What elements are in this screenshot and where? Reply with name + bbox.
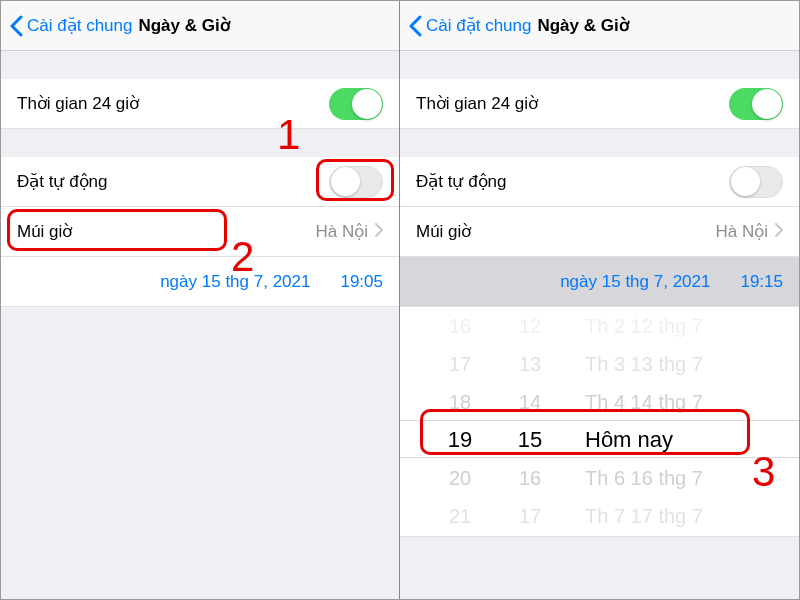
picker-item[interactable]: 13 (519, 345, 541, 383)
page-title: Ngày & Giờ (138, 15, 229, 36)
picker-item[interactable]: 20 (449, 459, 471, 497)
row-24h-label: Thời gian 24 giờ (17, 93, 139, 114)
section-gap (400, 51, 799, 79)
page-title: Ngày & Giờ (537, 15, 628, 36)
time-label: 19:05 (340, 272, 383, 292)
date-label: ngày 15 thg 7, 2021 (160, 272, 310, 292)
picker-item[interactable]: 18 (519, 535, 541, 537)
row-datetime[interactable]: ngày 15 thg 7, 2021 19:15 (400, 257, 799, 307)
picker-item[interactable]: 17 (449, 345, 471, 383)
chevron-left-icon (408, 15, 422, 37)
picker-item-selected[interactable]: 15 (518, 421, 542, 459)
row-24h[interactable]: Thời gian 24 giờ (400, 79, 799, 129)
row-24h[interactable]: Thời gian 24 giờ (1, 79, 399, 129)
picker-item[interactable]: 12 (519, 307, 541, 345)
section-gap (1, 51, 399, 79)
row-auto-label: Đặt tự động (17, 171, 108, 192)
picker-item[interactable]: 17 (519, 497, 541, 535)
row-timezone-value: Hà Nội (315, 221, 368, 242)
picker-item[interactable]: 22 (449, 535, 471, 537)
back-label: Cài đặt chung (27, 15, 132, 36)
picker-item-selected[interactable]: Hôm nay (585, 421, 673, 459)
row-timezone[interactable]: Múi giờ Hà Nội (1, 207, 399, 257)
picker-item[interactable]: CN 18 thg 7 (585, 535, 692, 537)
row-auto[interactable]: Đặt tự động (1, 157, 399, 207)
row-auto[interactable]: Đặt tự động (400, 157, 799, 207)
picker-item[interactable]: Th 2 12 thg 7 (585, 307, 703, 345)
picker-col-minute[interactable]: 12 13 14 15 16 17 18 (500, 307, 560, 536)
back-button[interactable]: Cài đặt chung (408, 15, 531, 37)
row-24h-label: Thời gian 24 giờ (416, 93, 538, 114)
navbar: Cài đặt chung Ngày & Giờ (400, 1, 799, 51)
picker-col-hour[interactable]: 16 17 18 19 20 21 22 (430, 307, 490, 536)
toggle-auto[interactable] (729, 166, 783, 198)
row-timezone-value: Hà Nội (715, 221, 768, 242)
picker-item-selected[interactable]: 19 (448, 421, 472, 459)
chevron-right-icon (374, 222, 383, 242)
back-button[interactable]: Cài đặt chung (9, 15, 132, 37)
picker-item[interactable]: Th 7 17 thg 7 (585, 497, 703, 535)
screenshot-right: Cài đặt chung Ngày & Giờ Thời gian 24 gi… (400, 1, 799, 599)
picker-col-day[interactable]: Th 2 12 thg 7 Th 3 13 thg 7 Th 4 14 thg … (575, 307, 775, 536)
toggle-auto[interactable] (329, 166, 383, 198)
picker-item[interactable]: Th 4 14 thg 7 (585, 383, 703, 421)
row-datetime[interactable]: ngày 15 thg 7, 2021 19:05 (1, 257, 399, 307)
section-gap (1, 129, 399, 157)
picker-item[interactable]: 21 (449, 497, 471, 535)
screenshot-left: Cài đặt chung Ngày & Giờ Thời gian 24 gi… (1, 1, 400, 599)
picker-item[interactable]: 18 (449, 383, 471, 421)
row-timezone[interactable]: Múi giờ Hà Nội (400, 207, 799, 257)
datetime-picker[interactable]: 16 17 18 19 20 21 22 12 13 14 15 16 17 1… (400, 307, 799, 537)
picker-item[interactable]: 14 (519, 383, 541, 421)
row-auto-label: Đặt tự động (416, 171, 507, 192)
date-label: ngày 15 thg 7, 2021 (560, 272, 710, 292)
picker-item[interactable]: 16 (449, 307, 471, 345)
chevron-left-icon (9, 15, 23, 37)
time-label: 19:15 (740, 272, 783, 292)
row-timezone-label: Múi giờ (416, 221, 471, 242)
back-label: Cài đặt chung (426, 15, 531, 36)
row-timezone-label: Múi giờ (17, 221, 72, 242)
picker-item[interactable]: Th 3 13 thg 7 (585, 345, 703, 383)
toggle-24h[interactable] (329, 88, 383, 120)
picker-item[interactable]: 16 (519, 459, 541, 497)
navbar: Cài đặt chung Ngày & Giờ (1, 1, 399, 51)
section-gap (400, 129, 799, 157)
toggle-24h[interactable] (729, 88, 783, 120)
chevron-right-icon (774, 222, 783, 242)
picker-item[interactable]: Th 6 16 thg 7 (585, 459, 703, 497)
